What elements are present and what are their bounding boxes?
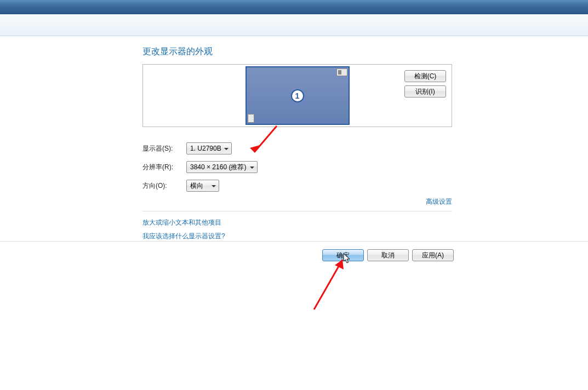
window-toolbar [0,14,588,36]
page-title: 更改显示器的外观 [142,46,588,58]
orientation-label: 方向(O): [142,181,186,191]
advanced-row: 高级设置 [142,197,452,211]
main-panel: 更改显示器的外观 1 检测(C) 识别(I) 显示器(S): 1. U2790B… [142,36,588,241]
orientation-dropdown-value: 横向 [190,181,203,191]
window-titlebar [0,0,588,14]
display-label: 显示器(S): [142,144,186,153]
settings-form: 显示器(S): 1. U2790B 分辨率(R): 3840 × 2160 (推… [142,139,452,195]
preview-side-buttons: 检测(C) 识别(I) [404,70,446,97]
orientation-dropdown[interactable]: 横向 [186,180,219,192]
detect-button[interactable]: 检测(C) [404,70,446,82]
scale-text-link[interactable]: 放大或缩小文本和其他项目 [142,218,588,227]
which-settings-link[interactable]: 我应该选择什么显示器设置? [142,232,588,241]
content-area: 更改显示器的外观 1 检测(C) 识别(I) 显示器(S): 1. U2790B… [0,36,588,242]
resolution-label: 分辨率(R): [142,163,186,172]
row-display: 显示器(S): 1. U2790B [142,139,452,158]
apply-button[interactable]: 应用(A) [412,249,454,261]
advanced-settings-link[interactable]: 高级设置 [426,198,452,205]
monitor-thumbnail[interactable]: 1 [246,66,350,125]
sidebar-spacer [0,36,142,241]
monitor-corner-icon [336,68,347,76]
monitor-number-badge: 1 [291,89,304,102]
ok-button[interactable]: 确定 [322,249,364,261]
help-links: 放大或缩小文本和其他项目 我应该选择什么显示器设置? [142,218,588,241]
identify-button[interactable]: 识别(I) [404,85,446,97]
cancel-button[interactable]: 取消 [367,249,409,261]
row-resolution: 分辨率(R): 3840 × 2160 (推荐) [142,158,452,176]
row-orientation: 方向(O): 横向 [142,176,452,195]
monitor-corner-icon [248,114,254,123]
display-dropdown-value: 1. U2790B [190,145,221,152]
svg-line-2 [314,260,342,309]
display-preview-box: 1 检测(C) 识别(I) [142,64,452,127]
display-dropdown[interactable]: 1. U2790B [186,142,232,154]
resolution-dropdown-value: 3840 × 2160 (推荐) [190,163,246,172]
dialog-buttons: 确定 取消 应用(A) [0,249,588,261]
resolution-dropdown[interactable]: 3840 × 2160 (推荐) [186,161,258,173]
